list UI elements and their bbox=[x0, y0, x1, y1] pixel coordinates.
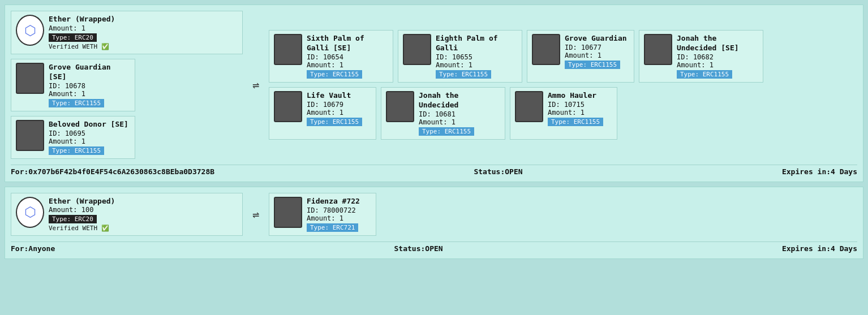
trade-section-2: ⬡ Ether (Wrapped) Amount: 100 Type: ERC2… bbox=[5, 187, 863, 260]
footer-for-1: For:0x707b6F42b4f0E4F54c6A2630863c8BEba0… bbox=[11, 167, 214, 176]
sixth-palm-amount: Amount: 1 bbox=[307, 61, 388, 69]
grove-guardian-info: Grove Guardian ID: 10677 Amount: 1 Type:… bbox=[565, 34, 629, 69]
sixth-palm-img bbox=[274, 34, 302, 65]
beloved-se-name: Beloved Donor [SE] bbox=[49, 120, 130, 130]
weth-card-2: ⬡ Ether (Wrapped) Amount: 100 Type: ERC2… bbox=[11, 193, 243, 236]
footer-for-2: For:Anyone bbox=[11, 244, 55, 253]
right-side-2: Fidenza #722 ID: 78000722 Amount: 1 Type… bbox=[269, 193, 857, 236]
jonah-se-card: Jonah the Undecided [SE] ID: 10682 Amoun… bbox=[639, 30, 763, 83]
expires-label-1: Expires in: bbox=[782, 167, 831, 176]
trade-footer-2: For:Anyone Status:OPEN Expires in:4 Days bbox=[11, 241, 857, 253]
swap-icon-2: ⇌ bbox=[247, 208, 264, 221]
eighth-palm-img bbox=[403, 34, 431, 65]
fidenza-img bbox=[274, 197, 302, 228]
fidenza-info: Fidenza #722 ID: 78000722 Amount: 1 Type… bbox=[307, 197, 371, 232]
beloved-se-info: Beloved Donor [SE] ID: 10695 Amount: 1 T… bbox=[49, 120, 130, 155]
expires-value-2: 4 Days bbox=[831, 244, 857, 253]
expires-label-2: Expires in: bbox=[782, 244, 831, 253]
eth-icon-2: ⬡ bbox=[16, 197, 44, 228]
eighth-palm-id: ID: 10655 bbox=[436, 53, 517, 61]
beloved-se-amount: Amount: 1 bbox=[49, 137, 130, 145]
grove-guardian-id: ID: 10677 bbox=[565, 44, 629, 51]
ammo-hauler-info: Ammo Hauler ID: 10715 Amount: 1 Type: ER… bbox=[548, 91, 612, 126]
jonah-id: ID: 10681 bbox=[419, 110, 500, 118]
status-value-1: OPEN bbox=[505, 167, 522, 176]
expires-value-1: 4 Days bbox=[831, 167, 857, 176]
trade-footer-1: For:0x707b6F42b4f0E4F54c6A2630863c8BEba0… bbox=[11, 165, 857, 176]
weth-info-2: Ether (Wrapped) Amount: 100 Type: ERC20 … bbox=[49, 197, 238, 232]
life-vault-card: Life Vault ID: 10679 Amount: 1 Type: ERC… bbox=[269, 87, 376, 140]
fidenza-name: Fidenza #722 bbox=[307, 197, 371, 206]
jonah-se-name: Jonah the Undecided [SE] bbox=[677, 34, 758, 53]
jonah-info: Jonah the Undecided ID: 10681 Amount: 1 … bbox=[419, 91, 500, 136]
life-vault-name: Life Vault bbox=[307, 91, 371, 101]
beloved-se-card: Beloved Donor [SE] ID: 10695 Amount: 1 T… bbox=[11, 116, 135, 159]
eth-icon-1: ⬡ bbox=[16, 15, 44, 46]
footer-status-1: Status:OPEN bbox=[474, 167, 522, 176]
sixth-palm-id: ID: 10654 bbox=[307, 53, 388, 61]
grove-se-card: Grove Guardian [SE] ID: 10678 Amount: 1 … bbox=[11, 59, 135, 111]
jonah-type: Type: ERC1155 bbox=[419, 127, 474, 136]
footer-expires-1: Expires in:4 Days bbox=[782, 167, 857, 176]
sixth-palm-card: Sixth Palm of Galli [SE] ID: 10654 Amoun… bbox=[269, 30, 393, 83]
for-label-1: For: bbox=[11, 167, 28, 176]
weth-card-1: ⬡ Ether (Wrapped) Amount: 1 Type: ERC20 … bbox=[11, 11, 243, 54]
ammo-hauler-card: Ammo Hauler ID: 10715 Amount: 1 Type: ER… bbox=[510, 87, 617, 140]
left-side-2: ⬡ Ether (Wrapped) Amount: 100 Type: ERC2… bbox=[11, 193, 243, 236]
grove-guardian-type: Type: ERC1155 bbox=[565, 61, 620, 69]
grove-se-amount: Amount: 1 bbox=[49, 90, 130, 98]
trade-section-1: ⬡ Ether (Wrapped) Amount: 1 Type: ERC20 … bbox=[5, 5, 863, 182]
jonah-amount: Amount: 1 bbox=[419, 118, 500, 126]
ammo-hauler-name: Ammo Hauler bbox=[548, 91, 612, 101]
grove-se-name: Grove Guardian [SE] bbox=[49, 63, 130, 82]
beloved-se-img bbox=[16, 120, 44, 151]
eighth-palm-amount: Amount: 1 bbox=[436, 61, 517, 69]
trade-body-1: ⬡ Ether (Wrapped) Amount: 1 Type: ERC20 … bbox=[11, 11, 857, 159]
weth-type-1: Type: ERC20 bbox=[49, 33, 97, 42]
grove-guardian-name: Grove Guardian bbox=[565, 34, 629, 44]
life-vault-id: ID: 10679 bbox=[307, 101, 371, 109]
ammo-hauler-id: ID: 10715 bbox=[548, 101, 612, 109]
status-label-1: Status: bbox=[474, 167, 505, 176]
weth-verified-2: Verified WETH ✅ bbox=[49, 225, 238, 232]
footer-expires-2: Expires in:4 Days bbox=[782, 244, 857, 253]
grove-guardian-card: Grove Guardian ID: 10677 Amount: 1 Type:… bbox=[527, 30, 634, 83]
eighth-palm-type: Type: ERC1155 bbox=[436, 70, 491, 79]
ammo-hauler-img bbox=[515, 91, 543, 122]
life-vault-type: Type: ERC1155 bbox=[307, 118, 362, 126]
for-value-1: 0x707b6F42b4f0E4F54c6A2630863c8BEba0D372… bbox=[28, 167, 214, 176]
sixth-palm-info: Sixth Palm of Galli [SE] ID: 10654 Amoun… bbox=[307, 34, 388, 79]
eighth-palm-name: Eighth Palm of Galli bbox=[436, 34, 517, 53]
fidenza-type: Type: ERC721 bbox=[307, 223, 358, 232]
jonah-se-id: ID: 10682 bbox=[677, 53, 758, 61]
ammo-hauler-amount: Amount: 1 bbox=[548, 109, 612, 116]
life-vault-img bbox=[274, 91, 302, 122]
grove-se-type: Type: ERC1155 bbox=[49, 99, 104, 107]
swap-icon-1: ⇌ bbox=[247, 78, 264, 92]
weth-amount-2: Amount: 100 bbox=[49, 206, 238, 214]
grove-se-id: ID: 10678 bbox=[49, 82, 130, 90]
jonah-card: Jonah the Undecided ID: 10681 Amount: 1 … bbox=[381, 87, 505, 140]
jonah-img bbox=[386, 91, 414, 122]
fidenza-amount: Amount: 1 bbox=[307, 214, 371, 222]
grove-se-info: Grove Guardian [SE] ID: 10678 Amount: 1 … bbox=[49, 63, 130, 107]
jonah-name: Jonah the Undecided bbox=[419, 91, 500, 110]
right-side-1: Sixth Palm of Galli [SE] ID: 10654 Amoun… bbox=[269, 30, 857, 140]
weth-amount-1: Amount: 1 bbox=[49, 24, 238, 32]
eighth-palm-card: Eighth Palm of Galli ID: 10655 Amount: 1… bbox=[398, 30, 522, 83]
beloved-se-type: Type: ERC1155 bbox=[49, 146, 104, 155]
jonah-se-type: Type: ERC1155 bbox=[677, 70, 732, 79]
grove-guardian-amount: Amount: 1 bbox=[565, 51, 629, 59]
weth-info-1: Ether (Wrapped) Amount: 1 Type: ERC20 Ve… bbox=[49, 15, 238, 50]
weth-name-2: Ether (Wrapped) bbox=[49, 197, 238, 206]
footer-status-2: Status:OPEN bbox=[394, 244, 443, 253]
ammo-hauler-type: Type: ERC1155 bbox=[548, 118, 603, 126]
life-vault-info: Life Vault ID: 10679 Amount: 1 Type: ERC… bbox=[307, 91, 371, 126]
life-vault-amount: Amount: 1 bbox=[307, 109, 371, 116]
status-value-2: OPEN bbox=[425, 244, 442, 253]
eighth-palm-info: Eighth Palm of Galli ID: 10655 Amount: 1… bbox=[436, 34, 517, 79]
weth-verified-1: Verified WETH ✅ bbox=[49, 43, 238, 50]
fidenza-id: ID: 78000722 bbox=[307, 206, 371, 214]
jonah-se-amount: Amount: 1 bbox=[677, 61, 758, 69]
for-value-2: Anyone bbox=[28, 244, 55, 253]
